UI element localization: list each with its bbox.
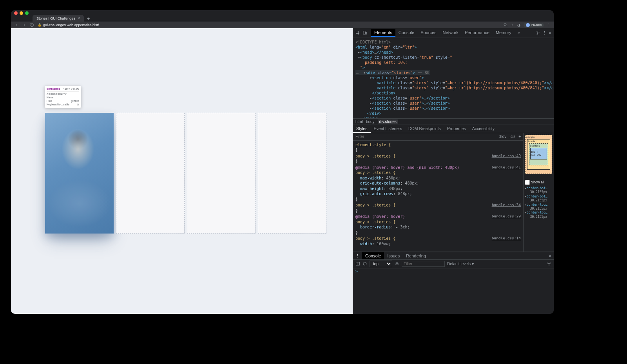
drawer-menu-icon[interactable]: ⋮	[353, 254, 362, 259]
console-output[interactable]: >	[353, 268, 554, 314]
extension-icon[interactable]: ◑	[517, 23, 520, 27]
subtab-styles[interactable]: Styles	[353, 125, 371, 133]
console-context-select[interactable]: top	[370, 261, 392, 267]
subtab-dom-breakpoints[interactable]: DOM Breakpoints	[405, 125, 444, 133]
window-close-button[interactable]	[14, 11, 18, 15]
window-zoom-button[interactable]	[25, 11, 29, 15]
devtools-close-icon[interactable]: ×	[549, 31, 551, 35]
omnibox[interactable]: 🔒 gui-challenges.web.app/stories/dist/	[38, 23, 500, 27]
cls-toggle[interactable]: .cls	[509, 134, 515, 139]
crumb-selected[interactable]: div.stories	[378, 120, 398, 124]
inspect-element-icon[interactable]	[355, 31, 360, 35]
tooltip-dimensions: 480 × 847.99	[63, 87, 79, 90]
story-card-placeholder[interactable]	[116, 113, 185, 234]
box-model[interactable]: margin border padding 480 × 847.992	[524, 133, 554, 178]
computed-properties[interactable]: Show all ▸border-bot… 30.2155px▸border-b…	[524, 178, 554, 252]
console-eye-icon[interactable]	[395, 261, 399, 267]
styles-filter-input[interactable]	[355, 134, 496, 139]
drawer-close-icon[interactable]: ×	[547, 254, 554, 258]
tabs-overflow[interactable]: »	[515, 29, 523, 37]
console-levels-dropdown[interactable]: Default levels ▾	[447, 262, 474, 266]
styles-pane[interactable]: :hov .cls + element.style {}body > .stor…	[353, 133, 523, 252]
new-rule-icon[interactable]: +	[518, 134, 521, 139]
hov-toggle[interactable]: :hov	[499, 134, 506, 139]
new-tab-button[interactable]: +	[84, 16, 93, 22]
paused-label: Paused	[531, 23, 542, 27]
drawer-tab-rendering[interactable]: Rendering	[403, 252, 429, 259]
reload-button[interactable]	[30, 23, 34, 27]
dom-tree[interactable]: <!DOCTYPE html> <html lang="en" dir="ltr…	[353, 38, 554, 118]
browser-window: Stories | GUI Challenges × + 🔒 gui-chall…	[11, 10, 554, 314]
drawer-tab-issues[interactable]: Issues	[384, 252, 403, 259]
kebab-menu-icon[interactable]: ⋮	[547, 23, 551, 27]
tooltip-accessibility-header: ACCESSIBILITY	[47, 91, 79, 95]
tab-close-icon[interactable]: ×	[78, 16, 80, 20]
tab-sources[interactable]: Sources	[417, 29, 439, 37]
profile-paused-pill[interactable]: Paused	[524, 23, 544, 27]
tab-memory[interactable]: Memory	[493, 29, 515, 37]
svg-point-8	[549, 263, 550, 264]
subtab-event-listeners[interactable]: Event Listeners	[371, 125, 405, 133]
window-titlebar	[11, 10, 554, 16]
computed-sidebar: margin border padding 480 × 847.992 Show…	[523, 133, 554, 252]
tab-strip: Stories | GUI Challenges × +	[11, 16, 554, 22]
console-prompt: >	[355, 269, 358, 273]
subtab-properties[interactable]: Properties	[444, 125, 469, 133]
console-clear-icon[interactable]	[362, 261, 367, 267]
devtools-settings-icon[interactable]	[535, 31, 540, 35]
subtab-accessibility[interactable]: Accessibility	[469, 125, 498, 133]
tab-performance[interactable]: Performance	[462, 29, 493, 37]
console-drawer: ⋮ Console Issues Rendering × top Default…	[353, 252, 554, 314]
console-settings-icon[interactable]	[547, 261, 551, 267]
svg-point-0	[504, 24, 506, 26]
crumb-html[interactable]: html	[355, 120, 363, 124]
device-toggle-icon[interactable]	[362, 31, 367, 35]
window-minimize-button[interactable]	[20, 11, 23, 15]
svg-point-7	[397, 263, 398, 264]
inspect-tooltip: div.stories 480 × 847.99 ACCESSIBILITY N…	[45, 86, 81, 108]
tooltip-selector: div.stories	[47, 87, 60, 90]
search-icon[interactable]	[503, 23, 508, 27]
stories-container[interactable]	[45, 113, 326, 234]
svg-point-4	[537, 33, 538, 34]
story-card-placeholder[interactable]	[187, 113, 256, 234]
crumb-body[interactable]: body	[366, 120, 375, 124]
devtools-tabs: Elements Console Sources Network Perform…	[371, 29, 523, 37]
url-text: gui-challenges.web.app/stories/dist/	[43, 23, 99, 27]
tab-console[interactable]: Console	[395, 29, 417, 37]
bookmark-icon[interactable]: ☆	[511, 23, 514, 27]
styles-subpanel-tabs: Styles Event Listeners DOM Breakpoints P…	[353, 125, 554, 133]
tab-network[interactable]: Network	[440, 29, 462, 37]
svg-rect-2	[363, 31, 365, 34]
box-model-content: 480 × 847.992	[530, 148, 547, 159]
story-card-placeholder[interactable]	[258, 113, 326, 234]
tab-elements[interactable]: Elements	[371, 29, 395, 37]
devtools-toolbar: Elements Console Sources Network Perform…	[353, 28, 554, 38]
story-card-active[interactable]	[45, 113, 114, 234]
back-button[interactable]	[14, 23, 19, 27]
tab-title: Stories | GUI Challenges	[36, 16, 75, 20]
browser-tab[interactable]: Stories | GUI Challenges ×	[33, 15, 84, 22]
console-sidebar-toggle-icon[interactable]	[355, 261, 360, 267]
dom-breadcrumb[interactable]: html body div.stories	[353, 118, 554, 125]
lock-icon: 🔒	[38, 23, 42, 27]
svg-rect-5	[356, 262, 360, 265]
devtools-panel: Elements Console Sources Network Perform…	[353, 28, 554, 314]
devtools-kebab-icon[interactable]: ⋮	[542, 31, 547, 36]
page-viewport: div.stories 480 × 847.99 ACCESSIBILITY N…	[11, 28, 353, 314]
svg-rect-3	[366, 32, 367, 34]
avatar-icon	[526, 23, 530, 27]
address-bar: 🔒 gui-challenges.web.app/stories/dist/ ☆…	[11, 22, 554, 28]
forward-button[interactable]	[22, 23, 27, 27]
show-all-checkbox[interactable]	[525, 180, 530, 185]
drawer-tab-console[interactable]: Console	[362, 252, 384, 259]
console-filter-input[interactable]	[402, 261, 445, 267]
